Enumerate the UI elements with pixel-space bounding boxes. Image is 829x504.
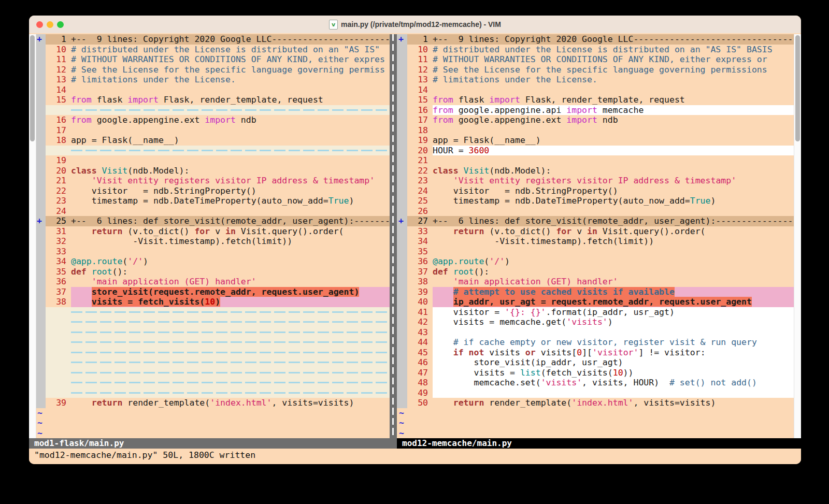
- line-number: 39: [46, 398, 71, 408]
- code-row: 15from flask import Flask, render_templa…: [397, 95, 801, 105]
- line-number: [46, 146, 71, 156]
- code-row: 49: [397, 388, 801, 398]
- fold-column: [397, 337, 407, 348]
- line-number: 11: [46, 54, 71, 65]
- statusline-left: mod1-flask/main.py: [29, 438, 397, 449]
- fold-column: [35, 267, 46, 277]
- line-number: 20: [407, 146, 433, 156]
- fold-column: [35, 166, 46, 176]
- code-text: from google.appengine.ext import ndb: [71, 115, 390, 125]
- line-number: 21: [407, 155, 433, 166]
- line-number: 27: [407, 216, 433, 226]
- code-row: 19app = Flask(__name__): [397, 135, 801, 146]
- code-text: [71, 125, 390, 136]
- code-text: class Visit(ndb.Model):: [71, 166, 390, 176]
- fold-column: [397, 388, 407, 398]
- code-row: 37 store_visit(request.remote_addr, requ…: [29, 287, 390, 297]
- code-text: [433, 206, 801, 217]
- fold-column: [35, 357, 46, 368]
- code-row: 35def root():: [29, 267, 390, 277]
- fold-row[interactable]: +25+-- 6 lines: def store_visit(remote_a…: [29, 216, 390, 226]
- fold-column: [397, 267, 407, 277]
- scrollbar-track-right-pane[interactable]: [794, 34, 801, 438]
- scrollbar-track-left-pane[interactable]: [29, 34, 36, 438]
- code-text: def root():: [433, 267, 801, 277]
- line-number: 23: [46, 196, 71, 206]
- fold-column: [397, 236, 407, 247]
- code-row: 24: [29, 206, 390, 217]
- code-text: visitor = '{}: {}'.format(ip_addr, usr_a…: [433, 307, 801, 318]
- fold-column: [35, 368, 46, 378]
- code-text: [71, 317, 390, 327]
- code-text: from flask import Flask, render_template…: [71, 95, 390, 105]
- filler-row: [29, 307, 390, 318]
- code-text: # WITHOUT WARRANTIES OR CONDITIONS OF AN…: [71, 54, 390, 65]
- code-text: # distributed under the License is distr…: [433, 45, 801, 55]
- fold-column: [35, 297, 46, 307]
- line-number: 15: [46, 95, 71, 105]
- code-row: 21 'Visit entity registers visitor IP ad…: [29, 176, 390, 186]
- fold-row[interactable]: +1+-- 9 lines: Copyright 2020 Google LLC…: [397, 34, 801, 45]
- title-bar: v main.py (/private/tmp/mod12-memcache) …: [29, 16, 801, 34]
- scrollbar-thumb-right-pane[interactable]: [795, 35, 800, 141]
- filler-row: [29, 357, 390, 368]
- fold-column: [35, 378, 46, 388]
- fold-column: [35, 226, 46, 237]
- line-number: [46, 357, 71, 368]
- line-number: 48: [407, 378, 433, 388]
- code-row: 48 memcache.set('visits', visits, HOUR) …: [397, 378, 801, 388]
- line-number: 32: [46, 236, 71, 247]
- line-number: 25: [407, 196, 433, 206]
- code-text: memcache.set('visits', visits, HOUR) # s…: [433, 378, 801, 388]
- code-row: 47 visits = list(fetch_visits(10)): [397, 368, 801, 378]
- code-row: 38 'main application (GET) handler': [397, 277, 801, 287]
- line-number: [46, 388, 71, 398]
- code-text: return render_template('index.html', vis…: [433, 398, 801, 408]
- window-title-wrap: v main.py (/private/tmp/mod12-memcache) …: [29, 16, 801, 33]
- code-row: 33: [29, 247, 390, 257]
- code-row: 25 timestamp = ndb.DateTimeProperty(auto…: [397, 196, 801, 206]
- code-text: [433, 388, 801, 398]
- code-row: 19: [29, 155, 390, 166]
- line-number: 35: [46, 267, 71, 277]
- vertical-split-separator[interactable]: [390, 34, 397, 438]
- fold-plus-icon[interactable]: +: [35, 216, 46, 226]
- fold-column: [397, 85, 407, 95]
- code-row: 34 -Visit.timestamp).fetch(limit)): [397, 236, 801, 247]
- code-row: 43: [397, 327, 801, 338]
- scrollbar-thumb-left-pane[interactable]: [30, 35, 35, 141]
- fold-row[interactable]: +27+-- 6 lines: def store_visit(remote_a…: [397, 216, 801, 226]
- fold-column: [397, 206, 407, 217]
- code-row: 20class Visit(ndb.Model):: [29, 166, 390, 176]
- fold-column: [397, 125, 407, 136]
- line-number: 10: [46, 45, 71, 55]
- fold-column: [397, 327, 407, 338]
- code-text: [433, 85, 801, 95]
- code-text: return render_template('index.html', vis…: [71, 398, 390, 408]
- tilde-row: ~: [397, 428, 801, 439]
- code-text: visits = memcache.get('visits'): [433, 317, 801, 327]
- line-number: 14: [407, 85, 433, 95]
- code-row: 23 timestamp = ndb.DateTimeProperty(auto…: [29, 196, 390, 206]
- tilde-row: ~: [397, 408, 801, 419]
- fold-row[interactable]: +1+-- 9 lines: Copyright 2020 Google LLC…: [29, 34, 390, 45]
- vim-file-icon: v: [329, 20, 338, 30]
- code-text: [71, 146, 390, 156]
- vim-window: v main.py (/private/tmp/mod12-memcache) …: [29, 16, 801, 464]
- fold-plus-icon[interactable]: +: [397, 216, 407, 226]
- fold-column: [397, 398, 407, 408]
- editor-area: +1+-- 9 lines: Copyright 2020 Google LLC…: [29, 33, 801, 464]
- code-row: 32 -Visit.timestamp).fetch(limit)): [29, 236, 390, 247]
- code-row: 36@app.route('/'): [397, 256, 801, 267]
- fold-plus-icon[interactable]: +: [397, 34, 407, 45]
- fold-plus-icon[interactable]: +: [35, 34, 46, 45]
- code-text: +-- 9 lines: Copyright 2020 Google LLC--…: [433, 34, 801, 45]
- code-text: [71, 155, 390, 166]
- code-text: [71, 105, 390, 116]
- fold-column: [35, 247, 46, 257]
- command-line-message: "mod12-memcache/main.py" 50L, 1800C writ…: [29, 449, 801, 464]
- filler-row: [29, 146, 390, 156]
- code-row: 36 'main application (GET) handler': [29, 277, 390, 287]
- code-row: 45 if not visits or visits[0]['visitor']…: [397, 348, 801, 358]
- code-text: -Visit.timestamp).fetch(limit)): [433, 236, 801, 247]
